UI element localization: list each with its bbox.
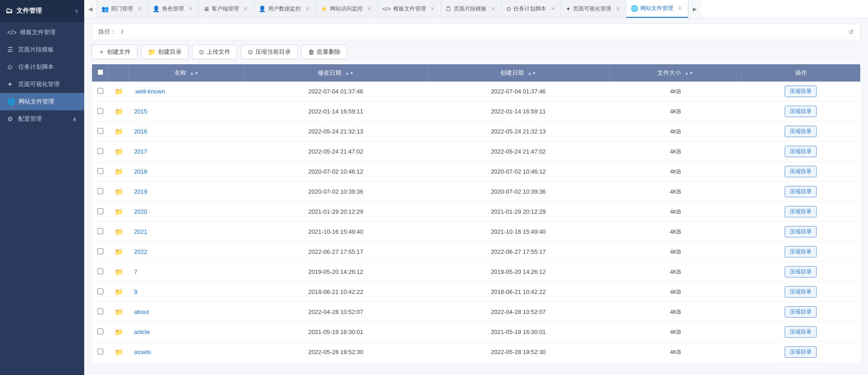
created-header[interactable]: 创建日期 ▲▼ <box>427 64 609 82</box>
compress-dir-row-button[interactable]: 压缩目录 <box>785 246 817 257</box>
compress-dir-row-button[interactable]: 压缩目录 <box>785 166 817 177</box>
compress-dir-row-button[interactable]: 压缩目录 <box>785 206 817 217</box>
tab-dept[interactable]: 👥 部门管理 ✕ <box>97 0 148 18</box>
row-name-cell[interactable]: about <box>129 302 245 322</box>
select-all-checkbox[interactable] <box>97 69 103 75</box>
sidebar-item-page-fragment[interactable]: ☰ 页面片段模板 <box>0 41 84 58</box>
row-checkbox-12[interactable] <box>97 329 103 334</box>
sidebar-collapse-button[interactable]: ∨ <box>75 8 79 14</box>
row-checkbox-cell[interactable] <box>92 262 109 282</box>
row-checkbox-cell[interactable] <box>92 322 109 342</box>
name-header[interactable]: 名称 ▲▼ <box>129 64 245 82</box>
row-name-cell[interactable]: 7 <box>129 262 245 282</box>
row-checkbox-10[interactable] <box>97 288 103 294</box>
row-checkbox-1[interactable] <box>97 108 103 114</box>
create-file-button[interactable]: ＋ 创建文件 <box>91 45 137 59</box>
select-all-header[interactable] <box>92 64 109 82</box>
row-name-cell[interactable]: 2017 <box>129 142 245 162</box>
sidebar-section-config[interactable]: ⚙ 配置管理 ∧ <box>0 110 84 128</box>
row-name-cell[interactable]: 2021 <box>129 222 245 242</box>
tab-website-file[interactable]: 🌐 网站文件管理 ✕ <box>626 0 688 18</box>
tab-close-site-monitor[interactable]: ✕ <box>366 5 373 12</box>
row-name-cell[interactable]: .well-known <box>129 82 245 102</box>
row-name-cell[interactable]: 2020 <box>129 202 245 222</box>
row-checkbox-3[interactable] <box>97 148 103 154</box>
row-checkbox-cell[interactable] <box>92 302 109 322</box>
row-checkbox-4[interactable] <box>97 168 103 174</box>
tab-close-template-file[interactable]: ✕ <box>429 5 436 12</box>
row-checkbox-cell[interactable] <box>92 202 109 222</box>
row-checkbox-8[interactable] <box>97 248 103 254</box>
row-checkbox-11[interactable] <box>97 308 103 314</box>
tab-page-fragment[interactable]: 🗒 页面片段模板 ✕ <box>441 0 502 18</box>
sidebar-item-page-visual[interactable]: ✦ 页面可视化管理 <box>0 76 84 93</box>
tab-close-page-fragment[interactable]: ✕ <box>490 5 497 12</box>
table-row: 📁 .well-known 2022-07-04 01:37:46 2022-0… <box>92 82 861 102</box>
tab-scroll-right-button[interactable]: ▶ <box>688 0 701 18</box>
row-name-cell[interactable]: 2018 <box>129 162 245 182</box>
tab-page-visual[interactable]: ✦ 页面可视化管理 ✕ <box>561 0 626 18</box>
create-dir-button[interactable]: 📁 创建目录 <box>141 45 188 59</box>
tab-user-monitor[interactable]: 👤 用户数据监控 ✕ <box>254 0 316 18</box>
row-checkbox-0[interactable] <box>97 88 103 94</box>
row-checkbox-cell[interactable] <box>92 122 109 142</box>
row-checkbox-cell[interactable] <box>92 182 109 202</box>
tab-close-page-visual[interactable]: ✕ <box>614 5 621 12</box>
row-name-cell[interactable]: 2016 <box>129 122 245 142</box>
compress-dir-row-button[interactable]: 压缩目录 <box>785 326 817 338</box>
batch-delete-button[interactable]: 🗑 批量删除 <box>301 45 347 59</box>
row-modified-cell: 2022-05-24 21:32:13 <box>244 122 427 142</box>
modified-header[interactable]: 修改日期 ▲▼ <box>244 64 427 82</box>
tab-close-task-script[interactable]: ✕ <box>549 5 556 12</box>
tab-scroll-left-button[interactable]: ◀ <box>84 0 97 18</box>
compress-dir-row-button[interactable]: 压缩目录 <box>785 126 817 137</box>
row-checkbox-9[interactable] <box>97 268 103 274</box>
compress-dir-row-button[interactable]: 压缩目录 <box>785 226 817 237</box>
compress-dir-row-button[interactable]: 压缩目录 <box>785 146 817 157</box>
row-name-cell[interactable]: 9 <box>129 282 245 302</box>
compress-dir-row-button[interactable]: 压缩目录 <box>785 186 817 197</box>
row-checkbox-cell[interactable] <box>92 282 109 302</box>
compress-dir-row-button[interactable]: 压缩目录 <box>785 346 817 358</box>
tab-close-dept[interactable]: ✕ <box>136 5 143 12</box>
tab-close-client[interactable]: ✕ <box>242 5 249 12</box>
row-name-cell[interactable]: 2019 <box>129 182 245 202</box>
sidebar-item-website-file[interactable]: 🌐 网站文件管理 <box>0 93 84 110</box>
row-name-cell[interactable]: article <box>129 322 245 342</box>
tab-close-user-monitor[interactable]: ✕ <box>304 5 311 12</box>
tab-site-monitor[interactable]: ⚡ 网站访问监控 ✕ <box>316 0 378 18</box>
compress-dir-row-button[interactable]: 压缩目录 <box>785 306 817 318</box>
tab-close-website-file[interactable]: ✕ <box>676 5 683 12</box>
row-checkbox-cell[interactable] <box>92 102 109 122</box>
row-name-cell[interactable]: 2015 <box>129 102 245 122</box>
compress-dir-row-button[interactable]: 压缩目录 <box>785 266 817 277</box>
row-checkbox-13[interactable] <box>97 349 103 354</box>
sidebar-item-task-script[interactable]: ⊙ 任务计划脚本 <box>0 58 84 76</box>
refresh-icon[interactable]: ↺ <box>848 28 854 36</box>
row-checkbox-2[interactable] <box>97 128 103 134</box>
row-checkbox-cell[interactable] <box>92 242 109 262</box>
row-name-cell[interactable]: assets <box>129 342 245 362</box>
row-checkbox-5[interactable] <box>97 188 103 194</box>
tab-client[interactable]: 🖥 客户端管理 ✕ <box>199 0 254 18</box>
tab-task-script[interactable]: ⊙ 任务计划脚本 ✕ <box>502 0 561 18</box>
upload-file-button[interactable]: ⊙ 上传文件 <box>192 45 237 59</box>
compress-dir-row-button[interactable]: 压缩目录 <box>785 86 817 97</box>
row-checkbox-6[interactable] <box>97 208 103 214</box>
row-checkbox-cell[interactable] <box>92 142 109 162</box>
size-header[interactable]: 文件大小 ▲▼ <box>609 64 741 82</box>
row-checkbox-cell[interactable] <box>92 162 109 182</box>
compress-dir-button[interactable]: ⊙ 压缩当前目录 <box>241 45 298 59</box>
row-checkbox-cell[interactable] <box>92 342 109 362</box>
tab-role[interactable]: 👤 角色管理 ✕ <box>148 0 199 18</box>
sidebar-item-template-file[interactable]: </> 模板文件管理 <box>0 24 84 41</box>
tab-close-role[interactable]: ✕ <box>187 5 194 12</box>
row-checkbox-7[interactable] <box>97 228 103 234</box>
compress-dir-row-button[interactable]: 压缩目录 <box>785 106 817 117</box>
tab-template-file[interactable]: </> 模板文件管理 ✕ <box>378 0 441 18</box>
row-action-cell: 压缩目录 <box>741 262 861 282</box>
compress-dir-row-button[interactable]: 压缩目录 <box>785 286 817 298</box>
row-checkbox-cell[interactable] <box>92 222 109 242</box>
row-name-cell[interactable]: 2022 <box>129 242 245 262</box>
row-checkbox-cell[interactable] <box>92 82 109 102</box>
